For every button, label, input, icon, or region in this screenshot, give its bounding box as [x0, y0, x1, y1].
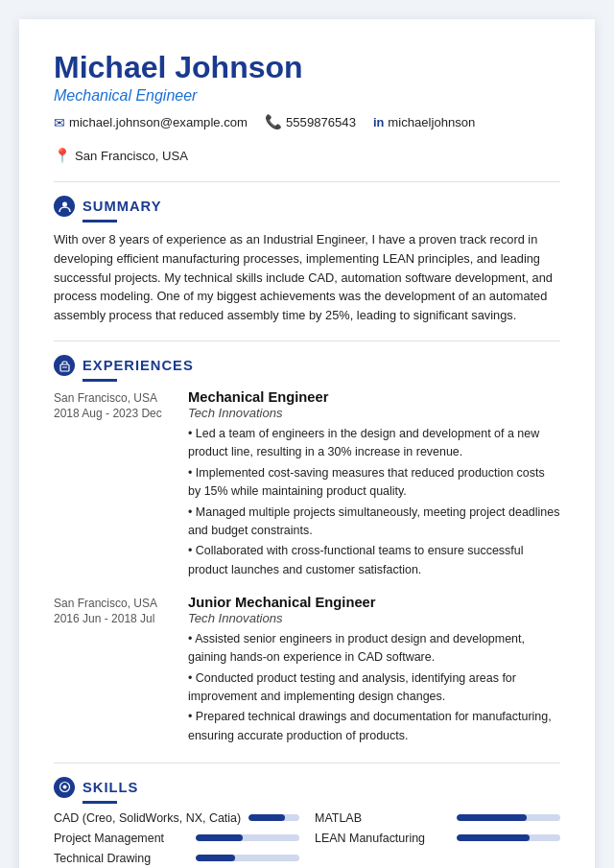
contact-phone: 📞 5559876543: [265, 114, 356, 130]
phone-icon: 📞: [265, 114, 282, 130]
exp-job-title-2: Junior Mechanical Engineer: [188, 595, 560, 610]
skill-bar-bg-2: [196, 834, 299, 841]
exp-company-2: Tech Innovations: [188, 611, 560, 625]
linkedin-value: michaeljohnson: [388, 115, 475, 129]
exp-location-2: San Francisco, USA: [54, 597, 188, 610]
skill-row-2: Project Management: [54, 832, 299, 845]
exp-dates-1: 2018 Aug - 2023 Dec: [54, 407, 188, 420]
skill-row-3: LEAN Manufacturing: [315, 832, 560, 845]
skills-icon: [54, 777, 75, 798]
header-section: Michael Johnson Mechanical Engineer ✉ mi…: [54, 50, 560, 164]
contact-row: ✉ michael.johnson@example.com 📞 55598765…: [54, 114, 560, 164]
summary-header: SUMMARY: [54, 196, 560, 217]
email-value: michael.johnson@example.com: [69, 115, 248, 129]
candidate-title: Mechanical Engineer: [54, 87, 560, 105]
skill-bar-bg-1: [457, 814, 560, 821]
exp-bullet-1-2: • Managed multiple projects simultaneous…: [188, 504, 560, 541]
summary-title: SUMMARY: [83, 199, 162, 214]
skill-label-0: CAD (Creo, SolidWorks, NX, Catia): [54, 811, 241, 825]
summary-underline: [83, 220, 117, 223]
skills-section: SKILLS CAD (Creo, SolidWorks, NX, Catia)…: [54, 777, 560, 865]
exp-dates-2: 2016 Jun - 2018 Jul: [54, 612, 188, 625]
exp-location-1: San Francisco, USA: [54, 391, 188, 405]
skill-row-1: MATLAB: [315, 811, 560, 825]
skill-bar-fill-2: [196, 834, 243, 841]
summary-divider: [54, 340, 560, 341]
email-icon: ✉: [54, 115, 65, 130]
exp-right-1: Mechanical Engineer Tech Innovations • L…: [188, 389, 560, 581]
svg-point-4: [62, 786, 66, 789]
phone-value: 5559876543: [286, 115, 356, 129]
location-icon: 📍: [54, 148, 71, 164]
experiences-title: EXPERIENCES: [83, 358, 194, 373]
location-value: San Francisco, USA: [75, 149, 188, 163]
exp-company-1: Tech Innovations: [188, 406, 560, 420]
skills-title: SKILLS: [83, 780, 138, 795]
exp-right-2: Junior Mechanical Engineer Tech Innovati…: [188, 595, 560, 747]
contact-linkedin: in michaeljohnson: [373, 115, 475, 129]
exp-bullets-2: • Assisted senior engineers in product d…: [188, 630, 560, 745]
svg-point-0: [62, 201, 67, 206]
summary-text: With over 8 years of experience as an In…: [54, 230, 560, 325]
skill-bar-fill-3: [457, 834, 530, 841]
exp-bullet-1-3: • Collaborated with cross-functional tea…: [188, 542, 560, 579]
skill-bar-bg-4: [196, 855, 299, 861]
exp-bullet-1-1: • Implemented cost-saving measures that …: [188, 464, 560, 502]
exp-left-2: San Francisco, USA 2016 Jun - 2018 Jul: [54, 595, 188, 747]
experiences-section: EXPERIENCES San Francisco, USA 2018 Aug …: [54, 355, 560, 747]
exp-left-1: San Francisco, USA 2018 Aug - 2023 Dec: [54, 389, 188, 581]
experiences-header: EXPERIENCES: [54, 355, 560, 376]
summary-section: SUMMARY With over 8 years of experience …: [54, 196, 560, 325]
skills-grid: CAD (Creo, SolidWorks, NX, Catia) MATLAB…: [54, 811, 560, 865]
exp-bullet-2-1: • Conducted product testing and analysis…: [188, 669, 560, 707]
exp-bullet-1-0: • Led a team of engineers in the design …: [188, 425, 560, 462]
experiences-icon: [54, 355, 75, 376]
experience-item-2: San Francisco, USA 2016 Jun - 2018 Jul J…: [54, 595, 560, 747]
skill-bar-bg-0: [248, 814, 299, 821]
resume-container: Michael Johnson Mechanical Engineer ✉ mi…: [19, 19, 595, 868]
candidate-name: Michael Johnson: [54, 50, 560, 85]
skill-row-4: Technical Drawing: [54, 852, 299, 865]
header-divider: [54, 181, 560, 182]
experiences-divider: [54, 762, 560, 763]
exp-bullet-2-2: • Prepared technical drawings and docume…: [188, 708, 560, 745]
linkedin-icon: in: [373, 115, 384, 129]
skills-underline: [83, 801, 117, 804]
skill-label-2: Project Management: [54, 832, 188, 845]
skill-label-1: MATLAB: [315, 811, 449, 825]
summary-icon: [54, 196, 75, 217]
exp-bullet-2-0: • Assisted senior engineers in product d…: [188, 630, 560, 668]
skill-label-4: Technical Drawing: [54, 852, 188, 865]
skill-label-3: LEAN Manufacturing: [315, 832, 449, 845]
exp-job-title-1: Mechanical Engineer: [188, 389, 560, 405]
exp-bullets-1: • Led a team of engineers in the design …: [188, 425, 560, 579]
experiences-underline: [83, 379, 117, 382]
skill-bar-fill-0: [248, 814, 285, 821]
skill-bar-bg-3: [457, 834, 560, 841]
contact-location: 📍 San Francisco, USA: [54, 148, 188, 164]
skill-bar-fill-4: [196, 855, 235, 861]
skills-header: SKILLS: [54, 777, 560, 798]
experience-item-1: San Francisco, USA 2018 Aug - 2023 Dec M…: [54, 389, 560, 581]
skill-row-0: CAD (Creo, SolidWorks, NX, Catia): [54, 811, 299, 825]
contact-email: ✉ michael.johnson@example.com: [54, 115, 248, 130]
skill-bar-fill-1: [457, 814, 527, 821]
